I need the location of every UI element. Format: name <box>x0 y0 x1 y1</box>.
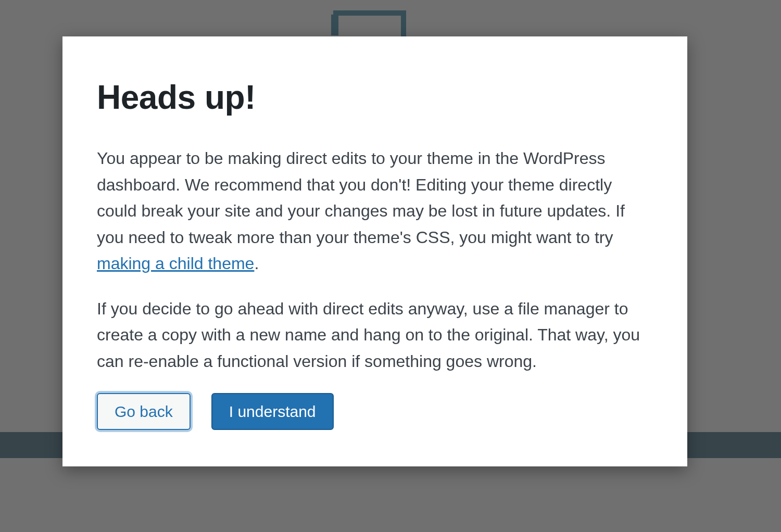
modal-body: You appear to be making direct edits to … <box>97 145 653 374</box>
go-back-button[interactable]: Go back <box>97 393 191 430</box>
modal-p1-tail: . <box>254 254 259 273</box>
modal-p1-text: You appear to be making direct edits to … <box>97 149 625 247</box>
warning-modal: Heads up! You appear to be making direct… <box>62 36 687 466</box>
modal-paragraph-2: If you decide to go ahead with direct ed… <box>97 296 653 375</box>
i-understand-button[interactable]: I understand <box>211 393 334 430</box>
modal-actions: Go back I understand <box>97 393 653 430</box>
modal-paragraph-1: You appear to be making direct edits to … <box>97 145 653 277</box>
modal-title: Heads up! <box>97 78 653 117</box>
child-theme-link[interactable]: making a child theme <box>97 254 254 273</box>
